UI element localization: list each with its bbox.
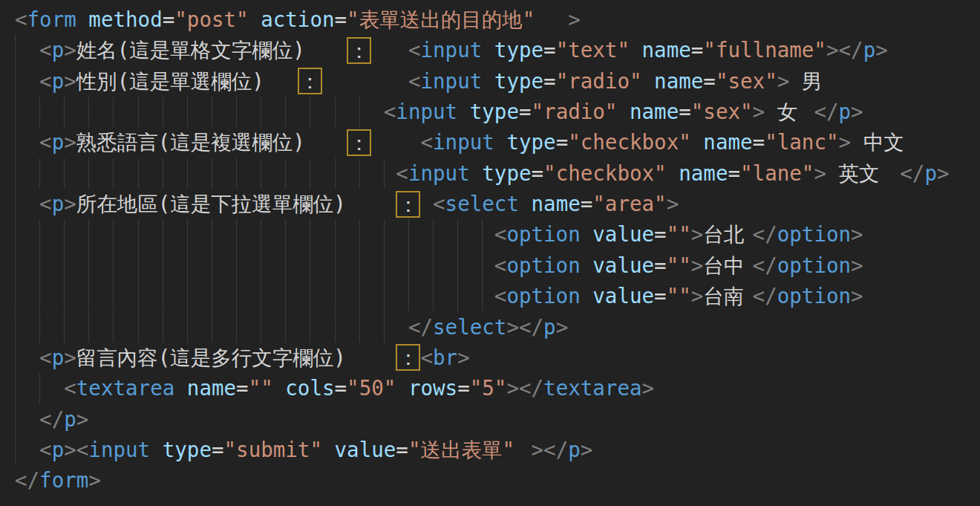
indent-guide: [138, 219, 139, 250]
indent-guide: [212, 158, 212, 189]
code-token: p: [924, 158, 937, 189]
indent-guide: [64, 281, 65, 311]
code-token: >: [667, 189, 679, 219]
code-line-16[interactable]: </form>: [0, 465, 980, 496]
code-token: "": [667, 219, 691, 250]
code-token: <: [39, 435, 52, 465]
indent-guide: [39, 158, 40, 189]
code-token: <: [76, 435, 89, 465]
indent-guide: [384, 158, 385, 189]
code-token: >: [851, 97, 863, 127]
code-line-14[interactable]: </p>: [0, 404, 980, 435]
code-token: <: [408, 66, 421, 97]
code-token: method: [88, 4, 162, 35]
unicode-highlight-box: ：: [347, 37, 371, 64]
code-line-1[interactable]: <formmethod="post"action="表單送出的目的地">: [0, 4, 980, 35]
code-token: >: [506, 373, 519, 403]
code-token: br: [433, 343, 457, 373]
code-token: p: [839, 97, 852, 127]
code-token: "text": [556, 35, 630, 65]
indent-guide: [335, 250, 336, 281]
indent-guide: [359, 250, 360, 281]
code-token: >: [64, 189, 76, 219]
code-line-2[interactable]: <p>姓名(這是單格文字欄位)：<inputtype="text"name="f…: [0, 35, 980, 65]
code-line-3[interactable]: <p>性別(這是單選欄位)：<inputtype="radio"name="se…: [0, 66, 980, 97]
code-token: >: [556, 312, 569, 343]
indent-guide: [88, 97, 89, 127]
indent-guide: [15, 343, 16, 373]
code-token: </: [753, 281, 777, 311]
code-line-15[interactable]: <p><inputtype="submit"value="送出表單"></p>: [0, 435, 980, 465]
code-token: "radio": [532, 97, 618, 127]
indent-guide: [187, 250, 188, 281]
code-token: input: [420, 66, 482, 97]
code-token: >: [691, 281, 704, 311]
code-token: 台北: [703, 219, 752, 250]
code-token: value: [592, 219, 654, 250]
code-token: name: [703, 127, 752, 158]
code-token: >: [64, 435, 76, 465]
indent-guide: [384, 312, 385, 343]
indent-guide: [15, 404, 16, 435]
code-line-6[interactable]: <inputtype="checkbox"name="lane">英文</p>: [0, 158, 980, 189]
code-line-9[interactable]: <optionvalue="">台中</option>: [0, 250, 980, 281]
code-token: 所在地區(這是下拉選單欄位): [76, 189, 396, 219]
indent-guide: [236, 250, 237, 281]
code-line-5[interactable]: <p>熟悉語言(這是複選欄位)：<inputtype="checkbox"nam…: [0, 127, 980, 158]
indent-guide: [64, 250, 65, 281]
code-token: >: [568, 4, 581, 35]
indent-guide: [408, 219, 409, 250]
code-token: <: [433, 189, 445, 219]
code-token: rows: [408, 373, 457, 403]
code-token: p: [52, 435, 65, 465]
code-token: "表單送出的目的地": [347, 4, 568, 35]
indent-guide: [187, 158, 188, 189]
code-token: </: [753, 219, 777, 250]
indent-guide: [285, 97, 286, 127]
code-token: value: [592, 250, 654, 281]
code-token: >: [457, 343, 470, 373]
code-line-13[interactable]: <textareaname=""cols="50"rows="5"></text…: [0, 373, 980, 403]
code-token: =: [753, 127, 765, 158]
code-token: >: [506, 312, 519, 343]
code-token: value: [335, 435, 396, 465]
code-line-10[interactable]: <optionvalue="">台南</option>: [0, 281, 980, 311]
code-token: type: [163, 435, 212, 465]
code-token: =: [519, 97, 532, 127]
code-token: <: [494, 250, 507, 281]
code-editor[interactable]: <formmethod="post"action="表單送出的目的地"><p>姓…: [0, 0, 980, 506]
code-line-8[interactable]: <optionvalue="">台北</option>: [0, 219, 980, 250]
code-line-12[interactable]: <p>留言內容(這是多行文字欄位)：<br>: [0, 343, 980, 373]
indent-guide: [335, 219, 336, 250]
code-token: <: [408, 35, 421, 65]
indent-guide: [64, 97, 65, 127]
code-line-7[interactable]: <p>所在地區(這是下拉選單欄位)：<selectname="area">: [0, 189, 980, 219]
code-token: 性別(這是單選欄位): [76, 66, 298, 97]
code-line-4[interactable]: <inputtype="radio"name="sex">女</p>: [0, 97, 980, 127]
code-token: form: [27, 4, 76, 35]
code-token: name: [630, 97, 679, 127]
indent-guide: [39, 373, 40, 403]
indent-guide: [39, 281, 40, 311]
code-token: p: [543, 312, 556, 343]
code-line-11[interactable]: </select></p>: [0, 312, 980, 343]
code-token: >: [64, 66, 76, 97]
indent-guide: [212, 281, 212, 311]
indent-guide: [212, 219, 212, 250]
code-token: "submit": [224, 435, 322, 465]
indent-guide: [285, 250, 286, 281]
indent-guide: [15, 35, 16, 65]
code-token: </: [900, 158, 924, 189]
code-token: "checkbox": [568, 127, 691, 158]
code-token: input: [88, 435, 150, 465]
code-token: textarea: [76, 373, 174, 403]
indent-guide: [310, 250, 310, 281]
code-token: =: [654, 219, 667, 250]
code-token: 中文: [863, 127, 912, 158]
indent-guide: [359, 219, 360, 250]
indent-guide: [187, 97, 188, 127]
indent-guide: [310, 158, 310, 189]
code-token: >: [753, 97, 765, 127]
indent-guide: [163, 250, 163, 281]
indent-guide: [261, 312, 261, 343]
